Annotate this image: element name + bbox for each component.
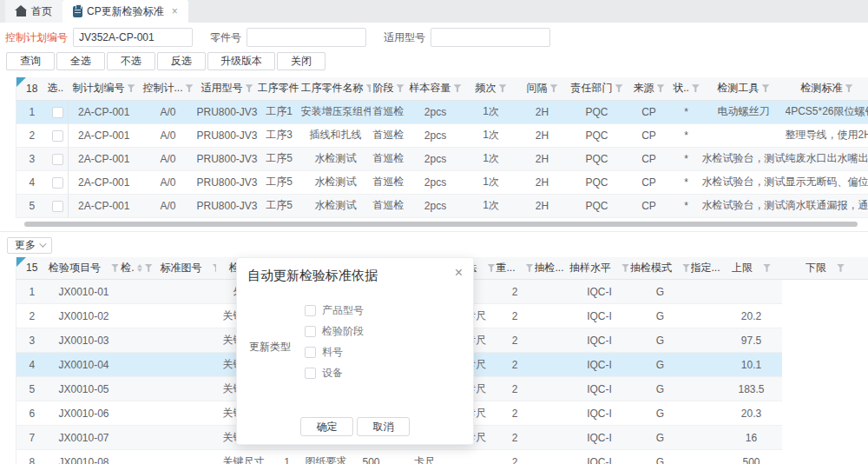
- cell: [691, 377, 721, 401]
- upgrade-version-button[interactable]: 升级版本: [207, 52, 275, 70]
- column-header[interactable]: 样本容量: [407, 77, 464, 100]
- table-row[interactable]: 2 2A-CP-001 A/0 PRU800-JV352/ 工序3 插线和扎线 …: [16, 123, 868, 147]
- column-header[interactable]: 标准图号: [154, 257, 216, 280]
- option-checkbox[interactable]: [305, 305, 316, 316]
- table-row[interactable]: 5 2A-CP-001 A/0 PRU800-JV352/ 工序5 水检测试 首…: [16, 194, 868, 217]
- column-header[interactable]: 抽样水平: [569, 257, 630, 280]
- column-header-label: 来源: [634, 81, 654, 96]
- filter-icon[interactable]: [845, 84, 853, 92]
- cell: [121, 280, 154, 304]
- table-row[interactable]: 3 2A-CP-001 A/0 PRU800-JV352/ 工序5 水检测试 首…: [16, 147, 868, 170]
- filter-icon[interactable]: [621, 264, 629, 272]
- table1-corner-cell[interactable]: 18: [16, 77, 48, 100]
- table-row[interactable]: 1 2A-CP-001 A/0 PRU800-JV352/ 工序1 安装增压泵组…: [16, 100, 868, 123]
- cell: 2pcs: [407, 194, 464, 217]
- tab-cp-update-standard[interactable]: CP更新检验标准 ×: [62, 0, 188, 23]
- filter-icon[interactable]: [692, 84, 700, 92]
- part-no-input[interactable]: [247, 28, 366, 47]
- cell: PQC: [567, 100, 628, 123]
- column-header[interactable]: 责任部门: [567, 77, 628, 100]
- filter-icon[interactable]: [682, 264, 690, 272]
- filter-icon[interactable]: [488, 264, 496, 272]
- column-header-label: 抽样水平: [569, 261, 611, 275]
- cell: G: [630, 353, 691, 377]
- column-header[interactable]: 状..: [671, 77, 702, 100]
- column-header[interactable]: 工序零件名称: [301, 77, 371, 100]
- filter-icon[interactable]: [837, 264, 845, 272]
- table2-corner-cell[interactable]: 15: [16, 257, 48, 280]
- cell: IQC-I: [569, 328, 630, 353]
- update-type-option[interactable]: 料号: [305, 341, 364, 362]
- control-plan-no-input[interactable]: [73, 28, 193, 47]
- row-checkbox[interactable]: [52, 177, 63, 189]
- tab-home[interactable]: 首页: [5, 0, 62, 23]
- cancel-button[interactable]: 取消: [357, 417, 410, 436]
- row-checkbox[interactable]: [52, 130, 63, 142]
- invert-select-button[interactable]: 反选: [157, 52, 206, 70]
- filter-icon[interactable]: [397, 84, 404, 92]
- sort-icon[interactable]: [137, 264, 142, 272]
- update-type-option[interactable]: 产品型号: [305, 300, 364, 321]
- column-header[interactable]: 抽检...: [535, 257, 569, 280]
- filter-icon[interactable]: [499, 84, 507, 92]
- cell: 2pcs: [407, 170, 464, 194]
- column-header[interactable]: 检验项目号: [48, 257, 121, 280]
- cell: 水检试验台，测试: [702, 194, 786, 217]
- option-checkbox[interactable]: [305, 347, 316, 358]
- column-header[interactable]: 来源: [628, 77, 671, 100]
- confirm-button[interactable]: 确定: [300, 417, 353, 436]
- filter-icon[interactable]: [526, 264, 534, 272]
- row-checkbox[interactable]: [52, 107, 63, 118]
- close-button[interactable]: 关闭: [277, 52, 326, 70]
- option-checkbox[interactable]: [305, 368, 316, 379]
- cell: 1次: [464, 147, 518, 170]
- tab-close-icon[interactable]: ×: [172, 5, 178, 17]
- filter-icon[interactable]: [454, 84, 462, 92]
- filter-icon[interactable]: [762, 84, 770, 92]
- filter-icon[interactable]: [186, 84, 194, 92]
- row-checkbox[interactable]: [52, 201, 63, 212]
- filter-icon[interactable]: [763, 264, 771, 272]
- row-checkbox[interactable]: [52, 154, 63, 165]
- select-none-button[interactable]: 不选: [107, 52, 155, 70]
- filter-icon[interactable]: [550, 84, 558, 92]
- horizontal-scrollbar[interactable]: [24, 222, 858, 227]
- column-header[interactable]: 阶段: [371, 77, 407, 100]
- column-header[interactable]: 选..: [48, 77, 69, 100]
- update-type-option[interactable]: 设备: [305, 362, 364, 383]
- table-row[interactable]: 4 2A-CP-001 A/0 PRU800-JV352/ 工序5 水检测试 首…: [16, 170, 868, 194]
- column-header[interactable]: 制计划编号: [69, 77, 140, 100]
- column-header[interactable]: 抽检模式: [630, 257, 691, 280]
- column-header[interactable]: 下限: [782, 257, 868, 280]
- column-header[interactable]: 上限: [721, 257, 782, 280]
- filter-icon[interactable]: [615, 84, 623, 92]
- cell: [121, 304, 154, 328]
- update-type-option[interactable]: 检验阶段: [305, 321, 364, 341]
- table-row[interactable]: 8 JX0010-08 关键尺寸 1 图纸要求 500 卡尺 2 IQC-I G…: [16, 450, 868, 464]
- column-header[interactable]: 控制计...: [140, 77, 197, 100]
- filter-icon[interactable]: [145, 264, 153, 272]
- column-header[interactable]: 间隔: [518, 77, 567, 100]
- option-checkbox[interactable]: [305, 326, 316, 337]
- more-button[interactable]: 更多: [7, 237, 52, 254]
- cell: [691, 450, 721, 464]
- applicable-model-input[interactable]: [431, 28, 550, 47]
- filter-icon[interactable]: [128, 84, 135, 92]
- filter-icon[interactable]: [111, 264, 119, 272]
- query-button[interactable]: 查询: [6, 52, 55, 70]
- column-header[interactable]: 适用型号: [197, 77, 258, 100]
- column-header[interactable]: 指定...: [691, 257, 721, 280]
- column-header-label: 工序零件: [258, 81, 299, 96]
- filter-icon[interactable]: [246, 84, 253, 92]
- cell: 2: [496, 450, 535, 464]
- column-header[interactable]: 重...: [496, 257, 535, 280]
- column-header[interactable]: 检.: [121, 257, 154, 280]
- column-header[interactable]: 频次: [464, 77, 518, 100]
- cell: [154, 353, 216, 377]
- filter-icon[interactable]: [657, 84, 665, 92]
- column-header[interactable]: 检测标准: [786, 77, 868, 100]
- dialog-close-icon[interactable]: ×: [455, 266, 463, 280]
- column-header[interactable]: 工序零件: [258, 77, 301, 100]
- column-header[interactable]: 检测工具: [702, 77, 786, 100]
- select-all-button[interactable]: 全选: [56, 52, 105, 70]
